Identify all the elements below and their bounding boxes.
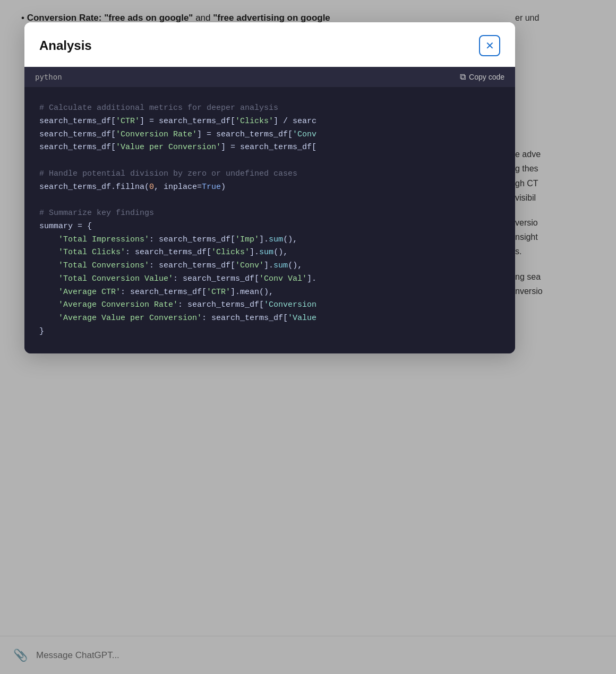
modal-header: Analysis ✕ (24, 22, 515, 67)
code-header: python ⧉ Copy code (24, 67, 515, 87)
close-icon: ✕ (485, 39, 494, 52)
code-container: python ⧉ Copy code # Calculate additiona… (24, 67, 515, 353)
analysis-modal: Analysis ✕ python ⧉ Copy code # Calculat… (24, 22, 515, 353)
copy-icon: ⧉ (460, 72, 466, 82)
copy-code-label: Copy code (469, 73, 504, 81)
code-block[interactable]: # Calculate additional metrics for deepe… (24, 87, 515, 353)
code-language: python (35, 73, 62, 81)
copy-code-button[interactable]: ⧉ Copy code (460, 72, 504, 82)
close-button[interactable]: ✕ (479, 35, 500, 56)
modal-title: Analysis (39, 38, 92, 53)
